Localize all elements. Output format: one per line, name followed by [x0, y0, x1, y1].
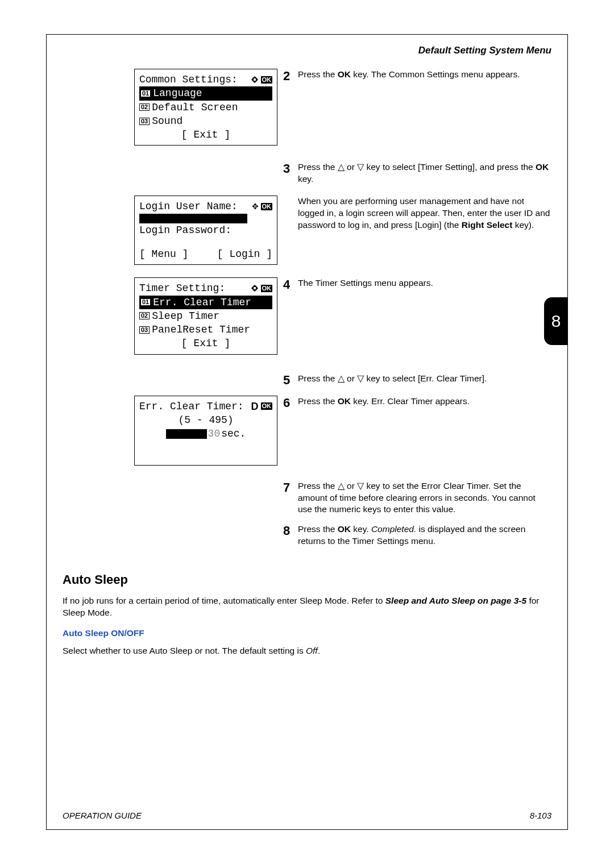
lcd3-exit[interactable]: [ Exit ]: [139, 337, 272, 350]
footer-right: 8-103: [530, 811, 551, 820]
section-auto-sleep-onoff-title: Auto Sleep ON/OFF: [63, 628, 551, 638]
lcd4-icons: D OK: [251, 400, 273, 413]
footer-left: OPERATION GUIDE: [63, 811, 142, 820]
lcd-common-settings: Common Settings: OK 01 Language 02 Defau…: [134, 69, 277, 146]
lcd4-range: (5 - 495): [139, 413, 272, 427]
row-lcd4: Err. Clear Timer: D OK (5 - 495) 30sec. …: [63, 396, 551, 466]
page-header: Default Setting System Menu: [63, 45, 551, 56]
nav-diamond-icon: [251, 284, 259, 292]
lcd3-item-2[interactable]: 02 Sleep Timer: [139, 309, 272, 323]
lcd4-value-row[interactable]: 30sec.: [139, 427, 272, 441]
ok-icon: OK: [261, 285, 273, 292]
row-step3: 3 Press the △ or ▽ key to select [Timer …: [63, 161, 551, 193]
lcd4-unit: sec.: [221, 427, 246, 441]
row-step4: Timer Setting: OK 01 Err. Clear Timer 02…: [63, 277, 551, 354]
lcd3-icons: OK: [251, 284, 273, 292]
lcd2-title: Login User Name:: [139, 200, 238, 213]
step-3-para2: When you are performing user management …: [283, 196, 551, 231]
lcd1-item-1[interactable]: 01 Language: [139, 86, 272, 100]
lcd1-item-3[interactable]: 03 Sound: [139, 114, 272, 128]
section-auto-sleep-title: Auto Sleep: [63, 572, 551, 587]
lcd1-icons: OK: [251, 76, 273, 84]
lcd2-icons: ✥ OK: [252, 201, 273, 212]
lcd2-username-field[interactable]: [139, 214, 272, 223]
cursor-icon: ✥: [252, 201, 259, 212]
page-footer: OPERATION GUIDE 8-103: [47, 811, 567, 820]
lcd4-value-box: [166, 429, 207, 439]
step-5: 5 Press the △ or ▽ key to select [Err. C…: [283, 373, 551, 388]
up-triangle-icon: △: [338, 481, 345, 491]
up-triangle-icon: △: [338, 162, 345, 172]
lcd3-item-1[interactable]: 01 Err. Clear Timer: [139, 296, 272, 309]
lcd1-title: Common Settings:: [139, 73, 238, 86]
up-triangle-icon: △: [338, 373, 345, 383]
section-auto-sleep-body: If no job runs for a certain period of t…: [63, 595, 551, 619]
nav-diamond-icon: [251, 76, 259, 84]
lcd-timer-setting: Timer Setting: OK 01 Err. Clear Timer 02…: [134, 277, 277, 354]
lcd4-title: Err. Clear Timer:: [139, 400, 244, 413]
lcd2-pw-label: Login Password:: [139, 223, 272, 237]
section-auto-sleep-onoff-body: Select whether to use Auto Sleep or not.…: [63, 645, 551, 657]
ok-icon: OK: [261, 203, 273, 210]
step-7: 7 Press the △ or ▽ key to set the Error …: [283, 480, 551, 516]
step-2: 2 Press the OK key. The Common Settings …: [283, 69, 551, 84]
digit-icon: D: [251, 400, 259, 413]
lcd1-item-2[interactable]: 02 Default Screen: [139, 101, 272, 114]
lcd2-menu-btn[interactable]: [ Menu ]: [139, 247, 188, 261]
step-3: 3 Press the △ or ▽ key to select [Timer …: [283, 161, 551, 185]
lcd3-title: Timer Setting:: [139, 281, 225, 295]
step-4: 4 The Timer Settings menu appears.: [283, 277, 551, 292]
ok-icon: OK: [261, 76, 273, 84]
lcd4-value: 30: [207, 427, 222, 441]
down-triangle-icon: ▽: [357, 162, 364, 172]
lcd2-login-btn[interactable]: [ Login ]: [217, 247, 272, 261]
row-login: Login User Name: ✥ OK Login Password: [ …: [63, 196, 551, 265]
lcd-login: Login User Name: ✥ OK Login Password: [ …: [134, 196, 277, 265]
chapter-tab: 8: [544, 297, 568, 345]
step-6: 6 Press the OK key. Err. Clear Timer app…: [283, 396, 551, 410]
page-frame: Default Setting System Menu Common Setti…: [46, 34, 568, 830]
row-step2: Common Settings: OK 01 Language 02 Defau…: [63, 69, 551, 146]
lcd3-item-3[interactable]: 03 PanelReset Timer: [139, 323, 272, 337]
down-triangle-icon: ▽: [357, 481, 364, 491]
ok-icon: OK: [261, 402, 273, 410]
step-8: 8 Press the OK key. Completed. is displa…: [283, 524, 551, 547]
lcd1-exit[interactable]: [ Exit ]: [139, 128, 272, 142]
row-step56: 5 Press the △ or ▽ key to select [Err. C…: [63, 373, 551, 396]
down-triangle-icon: ▽: [357, 373, 364, 383]
row-step78: 7 Press the △ or ▽ key to set the Error …: [63, 480, 551, 556]
lcd-err-clear-timer: Err. Clear Timer: D OK (5 - 495) 30sec.: [134, 396, 277, 466]
